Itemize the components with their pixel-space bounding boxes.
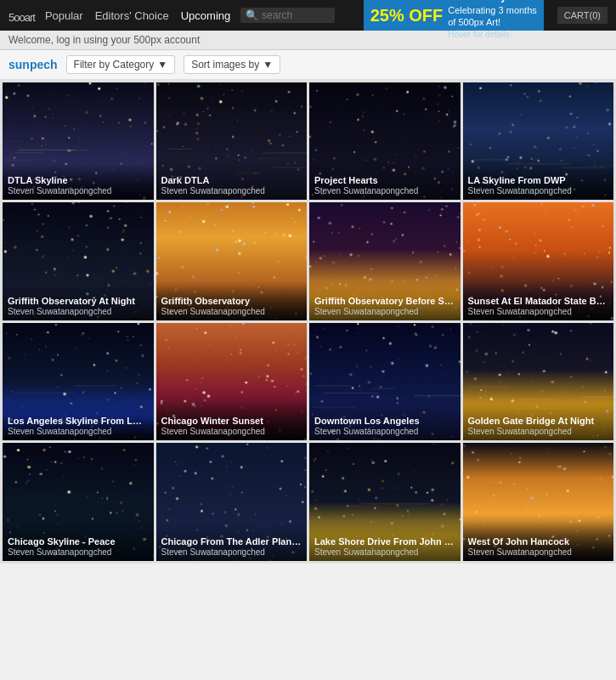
photo-title: Chicago Winter Sunset bbox=[161, 416, 302, 427]
photo-title: West Of John Hancock bbox=[468, 536, 609, 547]
promo-banner[interactable]: 25% OFF Ends Friday! Celebrating 3 month… bbox=[364, 0, 544, 31]
photo-title: Golden Gate Bridge At Night bbox=[468, 416, 609, 427]
cart-button[interactable]: CART(0) bbox=[557, 7, 608, 24]
photo-author: Steven Suwatanapongched bbox=[468, 547, 609, 557]
photo-item[interactable]: Sunset At El Matador State BeachSteven S… bbox=[463, 202, 614, 320]
photo-title: Griffith Observatory Before Sunri... bbox=[314, 296, 455, 307]
photo-author: Steven Suwatanapongched bbox=[468, 307, 609, 316]
promo-hover: Hover for details bbox=[448, 29, 537, 40]
user-bar: sunpech Filter by Category ▼ Sort images… bbox=[0, 50, 616, 80]
site-logo[interactable]: 5ooart bbox=[8, 6, 35, 26]
search-box[interactable]: 🔍 bbox=[240, 8, 335, 23]
photo-item[interactable]: Project HeartsSteven Suwatanapongched bbox=[309, 82, 461, 200]
photo-author: Steven Suwatanapongched bbox=[8, 427, 149, 436]
photo-title: Project Hearts bbox=[314, 175, 455, 186]
photo-author: Steven Suwatanapongched bbox=[161, 547, 302, 557]
photo-author: Steven Suwatanapongched bbox=[314, 307, 455, 316]
photo-title: Downtown Los Angeles bbox=[314, 416, 455, 427]
photo-caption: LA Skyline From DWPSteven Suwatanapongch… bbox=[463, 160, 614, 200]
photo-item[interactable]: Los Angeles Skyline From LADWPSteven Suw… bbox=[3, 323, 154, 440]
chevron-down-icon-sort: ▼ bbox=[263, 59, 273, 71]
filter-by-category-button[interactable]: Filter by Category ▼ bbox=[66, 55, 176, 74]
photo-author: Steven Suwatanapongched bbox=[314, 547, 455, 557]
promo-percent: 25% OFF bbox=[370, 7, 444, 24]
photo-caption: Sunset At El Matador State BeachSteven S… bbox=[463, 280, 614, 320]
photo-author: Steven Suwatanapongched bbox=[8, 307, 149, 316]
photo-item[interactable]: LA Skyline From DWPSteven Suwatanapongch… bbox=[463, 82, 614, 200]
photo-title: Sunset At El Matador State Beach bbox=[468, 296, 609, 307]
photo-caption: West Of John HancockSteven Suwatanapongc… bbox=[463, 521, 614, 561]
photo-title: Griffith Observatory At Night bbox=[8, 296, 149, 307]
photo-title: Chicago Skyline - Peace bbox=[8, 536, 149, 547]
photo-item[interactable]: West Of John HancockSteven Suwatanapongc… bbox=[463, 443, 614, 560]
photo-author: Steven Suwatanapongched bbox=[161, 186, 302, 196]
photo-author: Steven Suwatanapongched bbox=[468, 186, 609, 196]
nav-links: Popular Editors' Choice Upcoming bbox=[45, 9, 230, 22]
search-input[interactable] bbox=[262, 9, 330, 21]
photo-item[interactable]: Griffith Observatory Before Sunri...Stev… bbox=[309, 202, 461, 320]
photo-item[interactable]: Chicago Skyline - PeaceSteven Suwatanapo… bbox=[3, 443, 154, 560]
photo-item[interactable]: Griffith Observatory At NightSteven Suwa… bbox=[3, 202, 154, 320]
photo-caption: Griffith Observatory At NightSteven Suwa… bbox=[3, 280, 154, 320]
photo-caption: Golden Gate Bridge At NightSteven Suwata… bbox=[463, 400, 614, 440]
photo-caption: Griffith ObservatorySteven Suwatanapongc… bbox=[156, 280, 308, 320]
photo-caption: Chicago Skyline - PeaceSteven Suwatanapo… bbox=[3, 521, 154, 561]
photo-title: Dark DTLA bbox=[161, 175, 302, 186]
photo-caption: DTLA SkylineSteven Suwatanapongched bbox=[3, 160, 154, 200]
photo-caption: Project HeartsSteven Suwatanapongched bbox=[309, 160, 461, 200]
photo-caption: Dark DTLASteven Suwatanapongched bbox=[156, 160, 308, 200]
nav-upcoming[interactable]: Upcoming bbox=[181, 9, 231, 22]
photo-caption: Chicago From The Adler Planeta...Steven … bbox=[156, 521, 308, 561]
promo-celebrating: Celebrating 3 months bbox=[448, 4, 537, 16]
photo-item[interactable]: Downtown Los AngelesSteven Suwatanapongc… bbox=[309, 323, 461, 440]
photo-author: Steven Suwatanapongched bbox=[8, 186, 149, 196]
photo-author: Steven Suwatanapongched bbox=[161, 427, 302, 436]
photo-title: LA Skyline From DWP bbox=[468, 175, 609, 186]
photo-author: Steven Suwatanapongched bbox=[468, 427, 609, 436]
username[interactable]: sunpech bbox=[8, 58, 58, 71]
sort-label: Sort images by bbox=[191, 59, 259, 71]
photo-item[interactable]: Dark DTLASteven Suwatanapongched bbox=[156, 82, 308, 200]
photo-title: Chicago From The Adler Planeta... bbox=[161, 536, 302, 547]
photo-author: Steven Suwatanapongched bbox=[161, 307, 302, 316]
photo-title: Lake Shore Drive From John Ha... bbox=[314, 536, 455, 547]
nav-popular[interactable]: Popular bbox=[45, 9, 83, 22]
photo-caption: Lake Shore Drive From John Ha...Steven S… bbox=[309, 521, 461, 561]
photo-caption: Griffith Observatory Before Sunri...Stev… bbox=[309, 280, 461, 320]
top-navigation: 5ooart Popular Editors' Choice Upcoming … bbox=[0, 0, 616, 31]
photo-grid: DTLA SkylineSteven SuwatanapongchedDark … bbox=[0, 80, 616, 564]
photo-caption: Los Angeles Skyline From LADWPSteven Suw… bbox=[3, 400, 154, 440]
photo-author: Steven Suwatanapongched bbox=[8, 547, 149, 557]
photo-author: Steven Suwatanapongched bbox=[314, 186, 455, 196]
welcome-message: Welcome, log in using your 500px account bbox=[8, 34, 200, 46]
search-icon: 🔍 bbox=[246, 9, 258, 21]
sort-images-button[interactable]: Sort images by ▼ bbox=[184, 55, 280, 74]
photo-item[interactable]: Griffith ObservatorySteven Suwatanapongc… bbox=[156, 202, 308, 320]
photo-item[interactable]: Chicago Winter SunsetSteven Suwatanapong… bbox=[156, 323, 308, 440]
photo-title: Griffith Observatory bbox=[161, 296, 302, 307]
filter-label: Filter by Category bbox=[74, 59, 155, 71]
photo-caption: Chicago Winter SunsetSteven Suwatanapong… bbox=[156, 400, 308, 440]
photo-title: Los Angeles Skyline From LADWP bbox=[8, 416, 149, 427]
nav-editors-choice[interactable]: Editors' Choice bbox=[95, 9, 169, 22]
photo-item[interactable]: Lake Shore Drive From John Ha...Steven S… bbox=[309, 443, 461, 560]
photo-caption: Downtown Los AngelesSteven Suwatanapongc… bbox=[309, 400, 461, 440]
photo-item[interactable]: Chicago From The Adler Planeta...Steven … bbox=[156, 443, 308, 560]
photo-author: Steven Suwatanapongched bbox=[314, 427, 455, 436]
photo-item[interactable]: DTLA SkylineSteven Suwatanapongched bbox=[3, 82, 154, 200]
photo-item[interactable]: Golden Gate Bridge At NightSteven Suwata… bbox=[463, 323, 614, 440]
chevron-down-icon: ▼ bbox=[157, 59, 167, 71]
photo-title: DTLA Skyline bbox=[8, 175, 149, 186]
promo-of: of 500px Art! bbox=[448, 16, 537, 28]
logo-text: ooart bbox=[14, 11, 35, 24]
promo-text: Ends Friday! Celebrating 3 months of 500… bbox=[448, 0, 537, 40]
